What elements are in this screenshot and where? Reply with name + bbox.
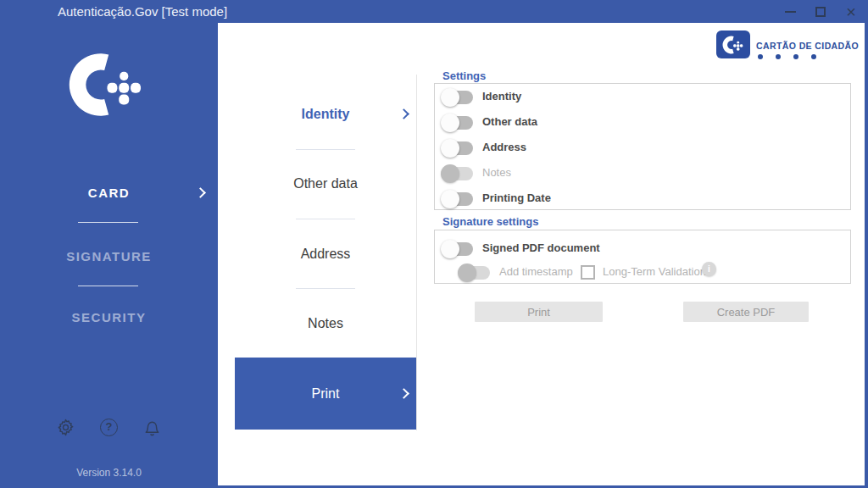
sidebar-footer-icons: ? <box>0 418 218 437</box>
settings-box: Identity Other data Address Notes Printi… <box>434 83 851 210</box>
sidebar-item-security[interactable]: SECURITY <box>0 306 218 330</box>
brand-name: CARTÃO DE CIDADÃO <box>756 41 859 51</box>
cartao-cidadao-logo-icon <box>68 44 146 125</box>
long-term-validation-checkbox <box>581 265 595 280</box>
minimize-button[interactable] <box>775 0 805 23</box>
window-border-right <box>865 23 868 488</box>
menu-item-notes[interactable]: Notes <box>235 311 416 336</box>
title-bar: Autenticação.Gov [Test mode] × <box>0 0 868 23</box>
identity-toggle-label: Identity <box>482 84 521 109</box>
sidebar-item-card[interactable]: CARD <box>0 181 218 205</box>
cartao-cidadao-badge-icon <box>716 30 750 58</box>
menu-item-address[interactable]: Address <box>235 241 416 267</box>
menu-item-print-label: Print <box>235 358 416 430</box>
long-term-validation-label: Long-Term Validation <box>603 259 706 285</box>
menu-divider <box>296 288 355 289</box>
close-icon: × <box>846 3 856 20</box>
brand-dot <box>758 54 763 59</box>
menu-item-print-selected[interactable]: Print <box>235 358 416 430</box>
address-toggle-label: Address <box>482 135 526 160</box>
address-toggle[interactable] <box>443 141 473 155</box>
brand-dot <box>776 54 781 59</box>
toggle-row: Notes <box>435 160 850 186</box>
panel-separator <box>416 75 417 430</box>
maximize-icon <box>815 7 826 17</box>
maximize-button[interactable] <box>805 0 836 23</box>
signed-pdf-toggle[interactable] <box>443 242 473 256</box>
menu-item-identity[interactable]: Identity <box>235 102 416 127</box>
printing-date-toggle[interactable] <box>443 192 473 206</box>
menu-item-other-data[interactable]: Other data <box>235 171 416 197</box>
version-label: Version 3.14.0 <box>0 467 218 479</box>
signed-pdf-toggle-label: Signed PDF document <box>482 236 600 261</box>
window-title: Autenticação.Gov [Test mode] <box>58 0 227 23</box>
sidebar-divider <box>78 222 138 223</box>
menu-divider <box>296 149 355 150</box>
toggle-row: Printing Date <box>435 186 850 211</box>
settings-heading: Settings <box>442 69 486 82</box>
close-button[interactable]: × <box>836 0 866 23</box>
menu-divider <box>296 219 355 219</box>
add-timestamp-toggle-label: Add timestamp <box>499 259 573 285</box>
brand-dots <box>758 54 816 59</box>
identity-toggle[interactable] <box>443 91 473 104</box>
toggle-row: Address <box>435 135 850 160</box>
create-pdf-button[interactable]: Create PDF <box>683 302 809 322</box>
signature-settings-box: Signed PDF document Add timestamp Long-T… <box>434 230 851 284</box>
toggle-row: Add timestamp Long-Term Validation i <box>435 259 850 285</box>
help-button[interactable]: ? <box>99 418 119 437</box>
sidebar-item-signature[interactable]: SIGNATURE <box>0 245 218 269</box>
signature-settings-heading: Signature settings <box>442 215 538 228</box>
info-icon[interactable]: i <box>702 262 716 276</box>
brand-dot <box>811 54 816 59</box>
sidebar: CARD SIGNATURE SECURITY ? Versio <box>0 23 218 488</box>
window-controls: × <box>775 0 866 23</box>
minimize-icon <box>785 11 796 13</box>
other-data-toggle-label: Other data <box>482 109 537 135</box>
add-timestamp-toggle <box>460 266 490 280</box>
cartao-cidadao-mini-logo-icon <box>722 34 744 56</box>
notes-toggle <box>443 167 473 180</box>
notes-toggle-label: Notes <box>482 160 511 186</box>
toggle-row: Signed PDF document <box>435 236 850 261</box>
toggle-row: Other data <box>435 109 850 135</box>
app-window: Autenticação.Gov [Test mode] × CARD <box>0 0 868 488</box>
brand-dot <box>793 54 798 59</box>
sidebar-divider <box>78 286 138 286</box>
gear-icon <box>56 418 75 437</box>
settings-gear-button[interactable] <box>56 418 75 437</box>
help-icon: ? <box>100 419 118 436</box>
notifications-button[interactable] <box>142 418 162 437</box>
toggle-row: Identity <box>435 84 850 109</box>
print-button[interactable]: Print <box>475 302 603 322</box>
printing-date-toggle-label: Printing Date <box>482 186 551 211</box>
bell-icon <box>142 418 162 437</box>
other-data-toggle[interactable] <box>443 116 473 130</box>
